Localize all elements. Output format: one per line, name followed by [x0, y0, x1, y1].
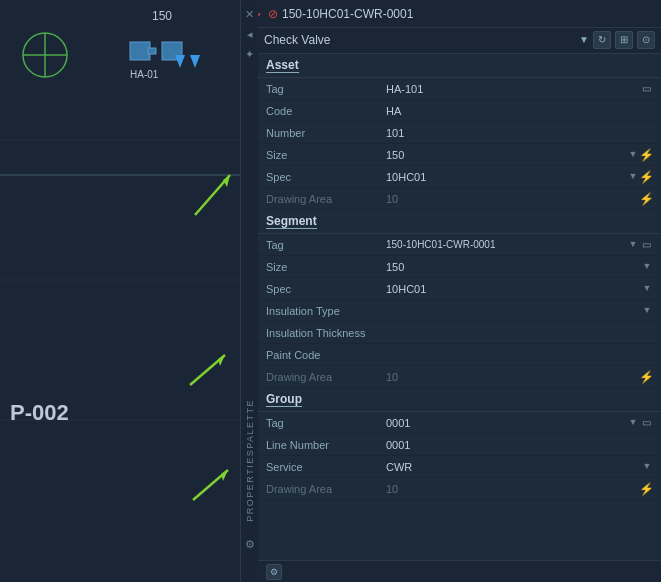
- settings-icon-side[interactable]: ✦: [245, 46, 254, 62]
- prop-value-tag-group: 0001: [386, 417, 627, 429]
- bottom-icon-row: ⚙: [258, 560, 661, 582]
- bottom-icon-side[interactable]: ⚙: [245, 536, 255, 552]
- prop-label-drawing-group: Drawing Area: [266, 483, 386, 495]
- prop-label-size-asset: Size: [266, 149, 386, 161]
- svg-rect-8: [130, 42, 150, 60]
- prop-label-service: Service: [266, 461, 386, 473]
- prop-label-drawing-segment: Drawing Area: [266, 371, 386, 383]
- prop-label-tag-asset: Tag: [266, 83, 386, 95]
- prop-label-paint-code: Paint Code: [266, 349, 386, 361]
- prop-drawing-asset[interactable]: Drawing Area 10 ⚡: [258, 188, 661, 210]
- title-bar: → ⊘ 150-10HC01-CWR-0001: [240, 0, 661, 28]
- section-asset-header: Asset: [258, 54, 661, 78]
- prop-value-tag-asset: HA-101: [386, 83, 639, 95]
- size-segment-dropdown[interactable]: ▼: [641, 261, 653, 273]
- prop-label-tag-segment: Tag: [266, 239, 386, 251]
- prop-label-number: Number: [266, 127, 386, 139]
- lightning-icon-spec[interactable]: ⚡: [639, 170, 653, 184]
- settings-icon-btn[interactable]: ⊙: [637, 31, 655, 49]
- close-panel-icon[interactable]: ✕: [245, 6, 254, 22]
- copy-icon-tag-group[interactable]: ▭: [639, 416, 653, 430]
- prop-value-drawing-group: 10: [386, 483, 639, 495]
- prop-number-asset[interactable]: Number 101: [258, 122, 661, 144]
- prop-value-code: HA: [386, 105, 653, 117]
- prop-value-spec-segment: 10HC01: [386, 283, 641, 295]
- svg-text:HA-01: HA-01: [130, 69, 159, 80]
- prop-value-line-number: 0001: [386, 439, 653, 451]
- spec-segment-dropdown[interactable]: ▼: [641, 283, 653, 295]
- prop-label-spec-segment: Spec: [266, 283, 386, 295]
- prop-service[interactable]: Service CWR ▼: [258, 456, 661, 478]
- prop-label-tag-group: Tag: [266, 417, 386, 429]
- bottom-settings-icon[interactable]: ⚙: [266, 564, 282, 580]
- lightning-icon-drawing-segment[interactable]: ⚡: [639, 370, 653, 384]
- prop-label-code: Code: [266, 105, 386, 117]
- prop-size-asset[interactable]: Size 150 ▼ ⚡: [258, 144, 661, 166]
- dropdown-arrow[interactable]: ▼: [579, 34, 589, 45]
- title-text: 150-10HC01-CWR-0001: [282, 7, 413, 21]
- right-panel: → ⊘ 150-10HC01-CWR-0001 ✕ ◂ ✦ PROPERTIES…: [240, 0, 661, 582]
- lightning-icon-drawing-group[interactable]: ⚡: [639, 482, 653, 496]
- side-icons-panel: ✕ ◂ ✦ PROPERTIESPALETTE ⚙: [240, 0, 258, 582]
- section-asset-label: Asset: [266, 58, 299, 73]
- prop-paint-code[interactable]: Paint Code: [258, 344, 661, 366]
- svg-marker-12: [175, 55, 185, 68]
- section-group-header: Group: [258, 388, 661, 412]
- prop-drawing-segment[interactable]: Drawing Area 10 ⚡: [258, 366, 661, 388]
- section-segment-label: Segment: [266, 214, 317, 229]
- prop-tag-asset[interactable]: Tag HA-101 ▭: [258, 78, 661, 100]
- size-dropdown-arrow[interactable]: ▼: [627, 149, 639, 161]
- prop-code-asset[interactable]: Code HA: [258, 100, 661, 122]
- prop-tag-segment[interactable]: Tag 150-10HC01-CWR-0001 ▼ ▭: [258, 234, 661, 256]
- svg-marker-13: [190, 55, 200, 68]
- svg-rect-9: [148, 48, 156, 54]
- title-arrow-icon: ⊘: [268, 7, 278, 21]
- toolbar-row: Check Valve ▼ ↻ ⊞ ⊙: [258, 26, 661, 54]
- properties-palette-label: PROPERTIESPALETTE: [245, 399, 255, 522]
- prop-value-tag-segment: 150-10HC01-CWR-0001: [386, 239, 627, 250]
- copy-icon-tag-segment[interactable]: ▭: [639, 238, 653, 252]
- prop-drawing-group[interactable]: Drawing Area 10 ⚡: [258, 478, 661, 500]
- prop-tag-group[interactable]: Tag 0001 ▼ ▭: [258, 412, 661, 434]
- svg-marker-16: [223, 175, 230, 187]
- prop-value-number: 101: [386, 127, 653, 139]
- prop-label-insulation-thickness: Insulation Thickness: [266, 327, 386, 339]
- lightning-icon-size[interactable]: ⚡: [639, 148, 653, 162]
- props-content: Asset Tag HA-101 ▭ Code HA Number 101: [258, 54, 661, 560]
- insulation-type-dropdown[interactable]: ▼: [641, 305, 653, 317]
- prop-label-drawing-asset: Drawing Area: [266, 193, 386, 205]
- section-group-label: Group: [266, 392, 302, 407]
- lightning-icon-drawing-asset[interactable]: ⚡: [639, 192, 653, 206]
- prop-insulation-type[interactable]: Insulation Type ▼: [258, 300, 661, 322]
- svg-text:150: 150: [152, 9, 172, 23]
- svg-text:P-002: P-002: [10, 400, 69, 425]
- prop-spec-asset[interactable]: Spec 10HC01 ▼ ⚡: [258, 166, 661, 188]
- canvas-svg: 150 HA-01 P-002: [0, 0, 240, 582]
- prop-spec-segment[interactable]: Spec 10HC01 ▼: [258, 278, 661, 300]
- tag-segment-dropdown[interactable]: ▼: [627, 239, 639, 251]
- prop-label-size-segment: Size: [266, 261, 386, 273]
- prop-value-spec-asset: 10HC01: [386, 171, 627, 183]
- prop-label-spec-asset: Spec: [266, 171, 386, 183]
- spec-dropdown-arrow[interactable]: ▼: [627, 171, 639, 183]
- tag-group-dropdown[interactable]: ▼: [627, 417, 639, 429]
- prop-value-service: CWR: [386, 461, 641, 473]
- prop-size-segment[interactable]: Size 150 ▼: [258, 256, 661, 278]
- prop-value-size-asset: 150: [386, 149, 627, 161]
- service-dropdown[interactable]: ▼: [641, 461, 653, 473]
- canvas-area: 150 HA-01 P-002: [0, 0, 240, 582]
- pin-icon[interactable]: ◂: [247, 26, 253, 42]
- dropdown-label: Check Valve: [264, 33, 575, 47]
- section-segment-header: Segment: [258, 210, 661, 234]
- prop-insulation-thickness[interactable]: Insulation Thickness: [258, 322, 661, 344]
- grid-icon-btn[interactable]: ⊞: [615, 31, 633, 49]
- prop-value-drawing-asset: 10: [386, 193, 639, 205]
- copy-icon-tag-asset[interactable]: ▭: [639, 82, 653, 96]
- properties-panel: ACAD P&ID Asset&Line Check Valve ▼ ↻ ⊞ ⊙…: [258, 0, 661, 582]
- prop-value-size-segment: 150: [386, 261, 641, 273]
- prop-line-number[interactable]: Line Number 0001: [258, 434, 661, 456]
- prop-label-insulation-type: Insulation Type: [266, 305, 386, 317]
- prop-value-drawing-segment: 10: [386, 371, 639, 383]
- prop-label-line-number: Line Number: [266, 439, 386, 451]
- refresh-icon-btn[interactable]: ↻: [593, 31, 611, 49]
